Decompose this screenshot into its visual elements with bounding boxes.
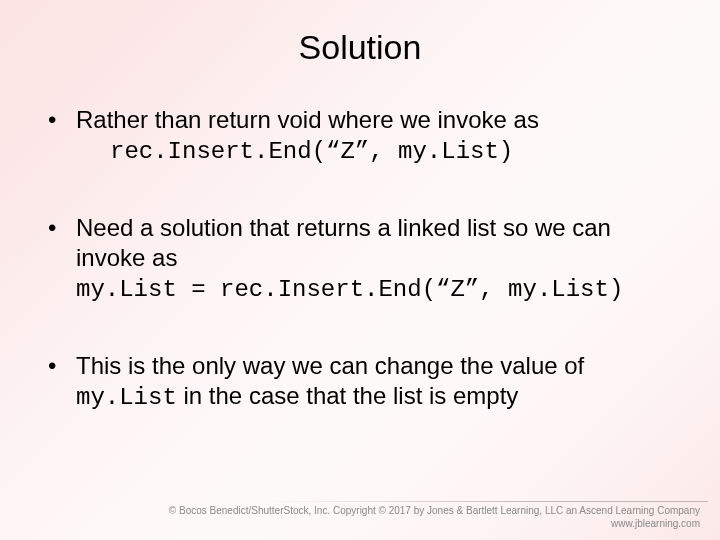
footer-url: www.jblearning.com — [169, 517, 700, 530]
bullet-body: This is the only way we can change the v… — [76, 351, 680, 413]
inline-code: my.List — [76, 384, 177, 411]
slide-content: • Rather than return void where we invok… — [40, 105, 680, 413]
bullet-item: • This is the only way we can change the… — [48, 351, 680, 413]
bullet-item: • Rather than return void where we invok… — [48, 105, 680, 167]
bullet-text-pre: This is the only way we can change the v… — [76, 352, 584, 379]
bullet-marker: • — [48, 351, 76, 381]
code-line: rec.Insert.End(“Z”, my.List) — [76, 137, 680, 167]
footer-copyright: © Bocos Benedict/ShutterStock, Inc. Copy… — [169, 504, 700, 517]
bullet-text-post: in the case that the list is empty — [177, 382, 519, 409]
slide-title: Solution — [40, 28, 680, 67]
bullet-text: Need a solution that returns a linked li… — [76, 213, 680, 273]
bullet-marker: • — [48, 213, 76, 243]
bullet-text: Rather than return void where we invoke … — [76, 105, 680, 135]
bullet-marker: • — [48, 105, 76, 135]
bullet-body: Rather than return void where we invoke … — [76, 105, 680, 167]
bullet-body: Need a solution that returns a linked li… — [76, 213, 680, 305]
slide: Solution • Rather than return void where… — [0, 0, 720, 540]
code-line: my.List = rec.Insert.End(“Z”, my.List) — [76, 275, 680, 305]
footer-rule — [260, 501, 708, 502]
bullet-item: • Need a solution that returns a linked … — [48, 213, 680, 305]
footer: © Bocos Benedict/ShutterStock, Inc. Copy… — [169, 504, 700, 530]
